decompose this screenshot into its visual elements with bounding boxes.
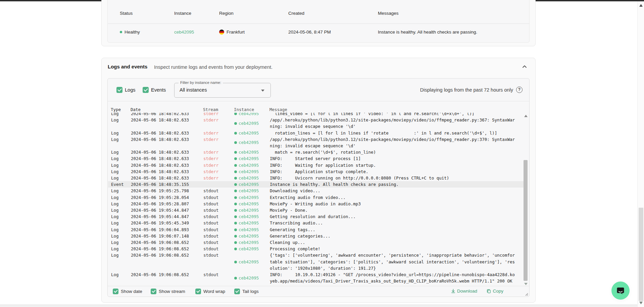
log-type: Log [108, 149, 131, 155]
log-row[interactable]: Log 2024-05-06 18:48:02.633 stderr ceb42… [108, 117, 524, 130]
health-dot-icon [120, 31, 122, 33]
log-date: 2024-05-06 18:48:02.633 [131, 168, 203, 175]
log-date: 2024-05-06 19:05:45.349 [131, 220, 203, 226]
log-scrollbar[interactable] [523, 114, 528, 286]
log-instance-badge[interactable]: ceb42095 [234, 120, 270, 126]
instance-row[interactable]: Healthy ceb42095 Frankfurt 2024-05-06, 8… [108, 30, 529, 35]
log-row[interactable]: Log 2024-05-06 18:48:02.633 stderr ceb42… [108, 168, 524, 175]
resize-handle[interactable] [525, 293, 528, 296]
tail-logs-checkbox[interactable] [234, 289, 240, 294]
log-date: 2024-05-06 19:06:04.893 [131, 226, 203, 233]
show-stream-checkbox[interactable] [151, 289, 156, 294]
log-scrollbar-thumb[interactable] [524, 160, 528, 281]
log-instance-badge[interactable]: ceb42095 [234, 149, 270, 155]
copy-button[interactable]: Copy [487, 289, 503, 294]
log-row[interactable]: Event 2024-05-06 18:48:35.155 ceb42095 I… [108, 181, 524, 188]
log-row[interactable]: Log 2024-05-06 19:06:07.148 stdout ceb42… [108, 233, 524, 239]
log-instance-badge[interactable]: ceb42095 [234, 181, 270, 188]
log-instance-badge[interactable]: ceb42095 [234, 162, 270, 168]
page-scroll-down-icon[interactable] [639, 302, 643, 304]
page-scroll-up-icon[interactable] [639, 4, 643, 7]
page-scrollbar-thumb[interactable] [639, 208, 643, 301]
log-message: Instance is healthy. All health checks a… [270, 181, 515, 188]
log-instance-text: ceb42095 [239, 182, 259, 187]
filter-bar: Logs Events Filter by instance name: All… [108, 79, 529, 101]
instance-dot-icon [234, 203, 237, 205]
instance-dot-icon [234, 209, 237, 212]
log-instance-badge[interactable]: ceb42095 [234, 259, 270, 265]
log-instance-text: ceb42095 [239, 150, 259, 155]
log-date: 2024-05-06 19:05:28.807 [131, 201, 203, 207]
log-instance-badge[interactable]: ceb42095 [234, 155, 270, 162]
log-row[interactable]: Log 2024-05-06 19:05:44.847 stdout ceb42… [108, 207, 524, 213]
instance-cell: ceb42095 [174, 30, 219, 35]
log-date: 2024-05-06 18:48:02.633 [131, 155, 203, 162]
log-row[interactable]: Log 2024-05-06 19:06:08.652 stdout ceb42… [108, 252, 524, 271]
log-col-message: Message [269, 107, 515, 112]
region-cell: Frankfurt [219, 30, 288, 35]
log-col-stream: Stream [203, 107, 234, 112]
log-instance-badge[interactable]: ceb42095 [234, 239, 270, 246]
log-instance-badge[interactable]: ceb42095 [234, 201, 270, 207]
instance-filter-select[interactable]: Filter by instance name: All instances [174, 83, 271, 98]
show-date-checkbox[interactable] [113, 289, 118, 294]
help-icon[interactable]: ? [516, 87, 523, 93]
log-row[interactable]: Log 2024-05-06 18:48:02.633 stderr ceb42… [108, 162, 524, 168]
log-instance-badge[interactable]: ceb42095 [234, 246, 270, 252]
log-row[interactable]: Log 2024-05-06 18:48:02.633 stderr ceb42… [108, 149, 524, 155]
collapse-chevron-up-icon[interactable] [522, 64, 527, 69]
log-instance-badge[interactable]: ceb42095 [234, 139, 270, 146]
log-row[interactable]: Log 2024-05-06 18:48:02.633 stderr ceb42… [108, 155, 524, 162]
log-row[interactable]: Log 2024-05-06 19:06:08.652 stdout ceb42… [108, 239, 524, 246]
log-row[interactable]: Log 2024-05-06 19:05:25.798 stdout ceb42… [108, 188, 524, 194]
download-button[interactable]: Download [451, 289, 477, 294]
log-row[interactable]: Log 2024-05-06 19:05:45.349 stdout ceb42… [108, 220, 524, 226]
log-row[interactable]: Log 2024-05-06 19:06:04.893 stdout ceb42… [108, 226, 524, 233]
log-type: Log [108, 220, 131, 226]
log-row[interactable]: Log 2024-05-06 18:48:02.633 stderr ceb42… [108, 136, 524, 149]
log-instance-badge[interactable]: ceb42095 [234, 226, 270, 233]
log-col-date: Date [131, 107, 203, 112]
log-stream: stdout [203, 233, 234, 239]
instance-filter-value: All instances [180, 87, 207, 93]
log-stream: stdout [203, 201, 234, 207]
logs-checkbox[interactable] [116, 87, 122, 93]
instance-link[interactable]: ceb42095 [174, 30, 194, 35]
log-instance-badge[interactable]: ceb42095 [234, 220, 270, 226]
scroll-up-icon[interactable] [524, 115, 528, 117]
log-instance-badge[interactable]: ceb42095 [234, 130, 270, 136]
log-row[interactable]: Log 2024-05-06 18:48:02.633 stderr ceb42… [108, 113, 524, 117]
chat-launcher-button[interactable] [611, 282, 630, 300]
log-message: match = re.search('\d+$', rotation_line) [270, 149, 515, 155]
message-cell: Instance is healthy. All health checks a… [378, 30, 529, 35]
log-row[interactable]: Log 2024-05-06 19:06:08.652 stdout ceb42… [108, 271, 524, 284]
log-instance-badge[interactable]: ceb42095 [234, 194, 270, 201]
log-instance-badge[interactable]: ceb42095 [234, 113, 270, 117]
col-region: Region [219, 11, 288, 16]
log-stream: stdout [203, 271, 234, 278]
word-wrap-checkbox[interactable] [195, 289, 201, 294]
log-date: 2024-05-06 19:06:08.652 [131, 239, 203, 246]
log-row[interactable]: Log 2024-05-06 19:06:08.652 stdout ceb42… [108, 246, 524, 252]
log-rows: Log 2024-05-06 18:48:02.633 stderr ceb42… [108, 113, 524, 287]
log-stream: stdout [203, 207, 234, 213]
log-instance-text: ceb42095 [239, 131, 259, 136]
log-instance-badge[interactable]: ceb42095 [234, 275, 270, 281]
log-row[interactable]: Log 2024-05-06 19:05:44.847 stdout ceb42… [108, 213, 524, 220]
log-stream: stdout [203, 220, 234, 226]
log-instance-badge[interactable]: ceb42095 [234, 188, 270, 194]
log-instance-badge[interactable]: ceb42095 [234, 207, 270, 213]
log-row[interactable]: Log 2024-05-06 18:48:02.633 stderr ceb42… [108, 175, 524, 181]
page-scrollbar[interactable] [637, 1, 644, 307]
log-instance-badge[interactable]: ceb42095 [234, 175, 270, 181]
events-checkbox[interactable] [143, 87, 149, 93]
log-type: Log [108, 194, 131, 201]
log-date: 2024-05-06 19:06:08.652 [131, 252, 203, 258]
log-row[interactable]: Log 2024-05-06 19:05:28.807 stdout ceb42… [108, 201, 524, 207]
log-instance-badge[interactable]: ceb42095 [234, 233, 270, 239]
log-instance-badge[interactable]: ceb42095 [234, 168, 270, 175]
log-row[interactable]: Log 2024-05-06 19:05:28.054 stdout ceb42… [108, 194, 524, 201]
log-instance-badge[interactable]: ceb42095 [234, 213, 270, 220]
scroll-down-icon[interactable] [524, 283, 528, 285]
log-row[interactable]: Log 2024-05-06 18:48:02.633 stderr ceb42… [108, 130, 524, 136]
